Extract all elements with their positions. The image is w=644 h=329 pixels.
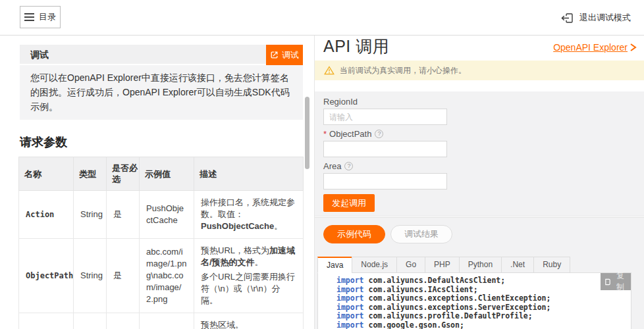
code-lines: import com.aliyuncs.DefaultAcsClient;imp… <box>318 273 631 329</box>
form-field: *ObjectPath? <box>323 129 635 157</box>
table-header-cell: 名称 <box>19 157 74 191</box>
exit-debug-button[interactable]: 退出调试模式 <box>556 0 635 36</box>
code-block: 复制 import com.aliyuncs.DefaultAcsClient;… <box>317 272 631 329</box>
param-row: AreaString否domestic预热区域。domestic：仅中国内地。o… <box>19 313 304 329</box>
sample-code-pill[interactable]: 示例代码 <box>323 225 385 243</box>
warning-text: 当前调试为真实调用，请小心操作。 <box>340 65 466 76</box>
code-line: import com.aliyuncs.profile.DefaultProfi… <box>336 312 631 321</box>
debug-launch-icon <box>270 51 279 59</box>
toc-button[interactable]: 目录 <box>20 6 61 28</box>
field-label-text: ObjectPath <box>329 129 371 139</box>
api-form: RegionId*ObjectPath?Area?发起调用 <box>315 91 644 216</box>
chevron-right-icon <box>629 43 637 52</box>
table-header-row: 名称类型是否必选示例值描述 <box>19 157 304 191</box>
required-asterisk: * <box>323 129 327 139</box>
debug-button[interactable]: 调试 <box>266 45 303 65</box>
param-desc-cell: 预热区域。domestic：仅中国内地。overseas：全球（不包含中国内地）… <box>194 313 304 329</box>
exit-icon <box>560 13 574 24</box>
param-example-cell: PushObjectCache <box>140 191 194 239</box>
debug-card: 调试 调试 您可以在OpenAPI Explorer中直接运行该接口，免去您计算… <box>20 45 303 120</box>
table-header-cell: 类型 <box>74 157 107 191</box>
api-header: API 调用 OpenAPI Explorer <box>315 36 644 61</box>
tab-net[interactable]: .Net <box>501 257 534 273</box>
field-label-text: Area <box>323 161 341 171</box>
tab-python[interactable]: Python <box>459 257 502 273</box>
param-type-cell: String <box>74 313 107 329</box>
param-row: ObjectPathString是abc.com/image/1.png\nab… <box>19 239 304 313</box>
table-header-cell: 示例值 <box>140 157 194 191</box>
param-name: ObjectPath <box>26 271 73 280</box>
api-title: API 调用 <box>323 36 389 57</box>
param-name-cell: Action <box>19 191 74 239</box>
param-example-cell: domestic <box>140 313 194 329</box>
code-line: import com.aliyuncs.exceptions.ClientExc… <box>336 294 631 303</box>
table-header-cell: 是否必选 <box>107 157 140 191</box>
code-line: import com.aliyuncs.IAcsClient; <box>336 286 631 295</box>
warning-icon <box>324 66 335 75</box>
topbar: 目录 退出调试模式 <box>0 0 644 36</box>
request-params-table: 名称类型是否必选示例值描述 ActionString是PushObjectCac… <box>18 157 304 329</box>
invoke-button[interactable]: 发起调用 <box>323 194 375 212</box>
debug-card-header: 调试 调试 <box>20 45 303 65</box>
field-label: *ObjectPath? <box>323 129 635 139</box>
result-toggle: 示例代码 调试结果 <box>323 225 644 243</box>
tab-nodejs[interactable]: Node.js <box>352 257 397 273</box>
field-label: RegionId <box>323 97 635 107</box>
code-line: import com.google.gson.Gson; <box>336 321 631 329</box>
param-name: Action <box>26 210 54 219</box>
help-icon[interactable]: ? <box>344 162 353 170</box>
regionid-input[interactable] <box>323 109 447 125</box>
param-name-cell: ObjectPath <box>19 239 74 313</box>
objectpath-input[interactable] <box>323 141 447 157</box>
code-line: import com.aliyuncs.DefaultAcsClient; <box>336 276 631 286</box>
copy-button[interactable]: 复制 <box>601 273 631 290</box>
form-field: RegionId <box>323 97 635 125</box>
openapi-explorer-link[interactable]: OpenAPI Explorer <box>553 42 637 53</box>
exit-label: 退出调试模式 <box>579 12 631 24</box>
code-lang-tabs: JavaNode.jsGoPHPPython.NetRuby <box>317 257 570 273</box>
param-example-cell: abc.com/image/1.png\nabc.com/image/2.png <box>140 239 194 313</box>
debug-button-label: 调试 <box>282 49 299 61</box>
param-desc-cell: 操作接口名，系统规定参数。取值：PushObjectCache。 <box>194 191 304 239</box>
desc-paragraph: 多个URL之间需要用换行符（\n）或（\r\n）分隔。 <box>201 271 296 307</box>
debug-result-pill[interactable]: 调试结果 <box>390 225 452 243</box>
param-desc-cell: 预热URL，格式为加速域名/预热的文件。多个URL之间需要用换行符（\n）或（\… <box>194 239 304 313</box>
tab-java[interactable]: Java <box>317 257 352 273</box>
debug-card-title: 调试 <box>30 49 49 60</box>
desc-paragraph: 预热URL，格式为加速域名/预热的文件。 <box>201 245 296 268</box>
tab-ruby[interactable]: Ruby <box>533 257 570 273</box>
form-field: Area? <box>323 161 635 190</box>
tab-php[interactable]: PHP <box>425 257 460 273</box>
hamburger-icon <box>24 13 34 21</box>
desc-paragraph: 预热区域。 <box>201 319 296 329</box>
tab-go[interactable]: Go <box>396 257 425 273</box>
toc-label: 目录 <box>39 11 56 23</box>
param-type-cell: String <box>74 191 107 239</box>
code-line: import com.aliyuncs.exceptions.ServerExc… <box>336 303 631 313</box>
param-required-cell: 否 <box>107 313 140 329</box>
desc-paragraph: 操作接口名，系统规定参数。取值：PushObjectCache。 <box>201 197 296 232</box>
field-label-text: RegionId <box>323 97 358 107</box>
doc-pane: 调试 调试 您可以在OpenAPI Explorer中直接运行该接口，免去您计算… <box>0 36 304 329</box>
param-type-cell: String <box>74 239 107 313</box>
left-pane-scrollbar[interactable] <box>305 97 309 169</box>
request-params-title: 请求参数 <box>20 134 304 150</box>
help-icon[interactable]: ? <box>375 130 383 138</box>
api-pane: API 调用 OpenAPI Explorer 当前调试为真实调用，请小心操作。… <box>314 36 644 329</box>
area-input[interactable] <box>323 173 447 190</box>
field-label: Area? <box>323 161 635 171</box>
sample-section: 示例代码 调试结果 JavaNode.jsGoPHPPython.NetRuby… <box>315 217 644 329</box>
param-required-cell: 是 <box>107 239 140 313</box>
copy-icon <box>604 278 611 286</box>
copy-label: 复制 <box>614 270 627 293</box>
warning-banner: 当前调试为真实调用，请小心操作。 <box>315 61 644 80</box>
param-name-cell: Area <box>19 313 74 329</box>
table-header-cell: 描述 <box>194 157 304 191</box>
param-row: ActionString是PushObjectCache操作接口名，系统规定参数… <box>19 191 304 239</box>
debug-card-description: 您可以在OpenAPI Explorer中直接运行该接口，免去您计算签名的困扰。… <box>20 65 303 120</box>
param-required-cell: 是 <box>107 191 140 239</box>
